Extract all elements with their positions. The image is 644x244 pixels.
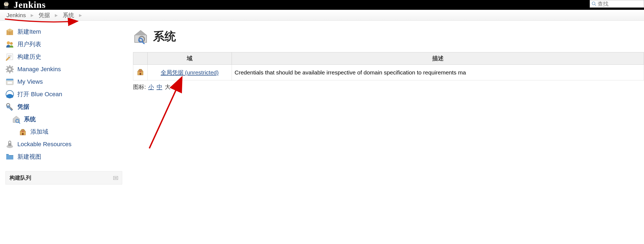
icon-size-row: 图标: 小 中 大 (133, 83, 644, 91)
package-icon (5, 27, 14, 36)
top-bar: Jenkins (0, 0, 644, 10)
table-header-row: 域 描述 (133, 52, 644, 65)
users-icon (5, 40, 14, 49)
svg-point-9 (7, 41, 10, 45)
sidebar-item-label: 系统 (24, 115, 36, 123)
sidebar-item-label: 用户列表 (17, 40, 41, 48)
lock-icon (5, 140, 14, 149)
sidebar-item-credentials[interactable]: 凭据 (5, 101, 125, 113)
sidebar-item-label: Lockable Resources (17, 141, 71, 148)
sidebar-item-build-history[interactable]: 构建历史 (5, 51, 125, 63)
breadcrumb: Jenkins ▶ 凭据 ▶ 系统 ▶ (0, 10, 644, 21)
col-description: 描述 (232, 52, 644, 65)
search-input[interactable] (598, 1, 638, 7)
svg-rect-1 (4, 6, 8, 8)
system-icon (133, 29, 148, 44)
icon-size-label: 图标: (133, 84, 146, 90)
gear-icon (5, 65, 14, 74)
notepad-icon (5, 52, 14, 61)
svg-rect-36 (8, 143, 11, 146)
search-icon (592, 1, 596, 6)
sidebar-item-people[interactable]: 用户列表 (5, 38, 125, 51)
domain-icon (136, 67, 145, 76)
body: 新建Item 用户列表 构建历史 (0, 21, 644, 184)
icon-size-medium[interactable]: 中 (157, 84, 162, 90)
system-icon (12, 115, 21, 124)
icon-size-large: 大 (165, 84, 171, 90)
chevron-right-icon: ▶ (51, 13, 62, 17)
col-domain: 域 (148, 52, 232, 65)
global-credentials-link[interactable]: 全局凭据 (unrestricted) (161, 69, 219, 76)
sidebar-item-label: 新建视图 (17, 153, 41, 161)
main-panel: 系统 域 描述 (125, 21, 644, 184)
table-row: 全局凭据 (unrestricted) Credentials that sho… (133, 65, 644, 80)
row-description-cell: Credentials that should be available irr… (232, 65, 644, 80)
svg-rect-19 (6, 69, 7, 70)
keys-icon (5, 102, 14, 111)
sidebar-item-label: Manage Jenkins (17, 66, 61, 73)
svg-rect-27 (7, 82, 12, 84)
svg-rect-34 (22, 133, 24, 135)
sidebar-item-lockable[interactable]: Lockable Resources (5, 138, 125, 151)
svg-rect-43 (140, 73, 141, 75)
row-icon-cell (133, 65, 148, 80)
logo-text: Jenkins (14, 0, 46, 10)
sidebar-item-myviews[interactable]: My Views (5, 76, 125, 88)
icon-size-small[interactable]: 小 (148, 84, 154, 90)
domain-icon (18, 127, 27, 136)
svg-point-3 (7, 4, 7, 4)
collapse-icon (113, 176, 118, 180)
sidebar-item-system[interactable]: 系统 (5, 113, 125, 126)
svg-point-16 (9, 68, 11, 70)
search-box[interactable] (590, 0, 644, 8)
page-head: 系统 (133, 29, 644, 44)
sidebar-item-newview[interactable]: 新建视图 (5, 151, 125, 163)
chevron-right-icon: ▶ (75, 13, 86, 17)
breadcrumb-system[interactable]: 系统 (62, 11, 75, 19)
chevron-right-icon: ▶ (27, 13, 37, 17)
svg-rect-20 (12, 69, 14, 70)
svg-rect-4 (5, 2, 8, 3)
col-icon (133, 52, 148, 65)
folder-icon (5, 152, 14, 161)
sidebar-item-label: 打开 Blue Ocean (17, 90, 62, 98)
sidebar-item-label: 构建历史 (17, 53, 41, 61)
svg-rect-18 (9, 72, 10, 73)
svg-rect-26 (6, 79, 13, 80)
sidebar: 新建Item 用户列表 构建历史 (0, 21, 125, 184)
sidebar-item-blueocean[interactable]: 打开 Blue Ocean (5, 88, 125, 101)
svg-line-6 (595, 5, 596, 6)
jenkins-logo-icon (2, 1, 10, 9)
breadcrumb-jenkins[interactable]: Jenkins (5, 12, 27, 18)
window-icon (5, 77, 14, 86)
svg-rect-17 (9, 65, 10, 67)
svg-point-10 (10, 42, 13, 45)
page-title: 系统 (153, 29, 176, 44)
sidebar-item-label: My Views (17, 78, 43, 85)
svg-point-5 (592, 2, 595, 5)
build-queue-title: 构建队列 (10, 174, 31, 182)
domain-table: 域 描述 全局凭据 (unrestricted) (133, 52, 644, 80)
sidebar-item-label: 添加域 (30, 128, 48, 136)
build-queue-header[interactable]: 构建队列 (5, 171, 122, 184)
blueocean-icon (5, 90, 14, 99)
sidebar-item-manage[interactable]: Manage Jenkins (5, 63, 125, 76)
sidebar-item-label: 凭据 (17, 103, 29, 111)
svg-point-2 (5, 4, 6, 4)
logo[interactable]: Jenkins (2, 0, 46, 10)
breadcrumb-credentials[interactable]: 凭据 (37, 11, 51, 19)
row-domain-cell: 全局凭据 (unrestricted) (148, 65, 232, 80)
sidebar-item-label: 新建Item (17, 28, 41, 36)
sidebar-item-add-domain[interactable]: 添加域 (5, 126, 125, 138)
sidebar-item-new[interactable]: 新建Item (5, 26, 125, 38)
